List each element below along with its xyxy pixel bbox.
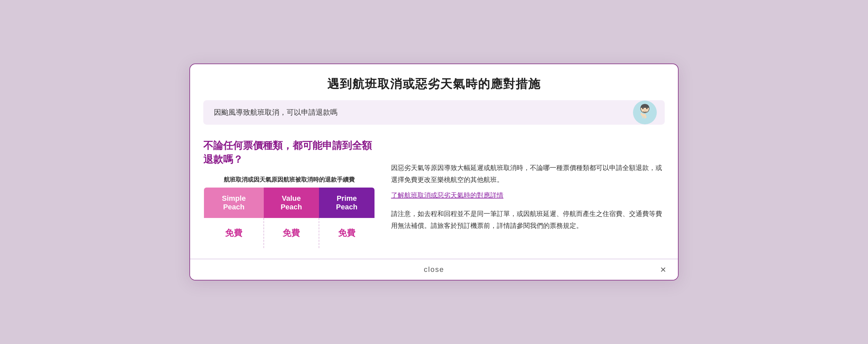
col-prime-peach: Prime Peach (319, 187, 375, 218)
close-x-button[interactable]: × (660, 265, 666, 275)
prime-fee-cell: 免費 (319, 218, 375, 249)
avatar-illustration (635, 103, 655, 122)
close-button[interactable]: close (424, 265, 444, 274)
section-title: 不論任何票價種類，都可能申請到全額退款嗎？ (203, 139, 375, 166)
svg-point-2 (646, 108, 648, 109)
fare-table: Simple Peach Value Peach Prime Peach (203, 187, 375, 249)
modal-footer: close × (190, 259, 678, 280)
table-row: 免費 免費 免費 (204, 218, 375, 249)
modal-title: 遇到航班取消或惡劣天氣時的應對措施 (210, 76, 658, 92)
modal-header: 遇到航班取消或惡劣天氣時的應對措施 (190, 64, 678, 100)
simple-fee-cell: 免費 (204, 218, 264, 249)
modal-body: 不論任何票價種類，都可能申請到全額退款嗎？ 航班取消或因天氣原因航班被取消時的退… (190, 135, 678, 259)
col-value-peach: Value Peach (264, 187, 319, 218)
right-main-text: 因惡劣天氣等原因導致大幅延遲或航班取消時，不論哪一種票價種類都可以申請全額退款，… (391, 162, 665, 185)
value-fee-cell: 免費 (264, 218, 319, 249)
right-note-text: 請注意，如去程和回程並不是同一筆訂單，或因航班延遲、停航而產生之住宿費、交通費等… (391, 208, 665, 232)
svg-point-1 (642, 108, 644, 109)
left-section: 不論任何票價種類，都可能申請到全額退款嗎？ 航班取消或因天氣原因航班被取消時的退… (203, 139, 375, 249)
avatar (633, 101, 657, 124)
right-section: 因惡劣天氣等原因導致大幅延遲或航班取消時，不論哪一種票價種類都可以申請全額退款，… (391, 139, 665, 232)
modal-dialog: 遇到航班取消或惡劣天氣時的應對措施 因颱風導致航班取消，可以申請退款嗎 (189, 63, 679, 281)
col-simple-peach: Simple Peach (204, 187, 264, 218)
right-detail-link[interactable]: 了解航班取消或惡劣天氣時的對應詳情 (391, 191, 665, 200)
modal-overlay: 遇到航班取消或惡劣天氣時的應對措施 因颱風導致航班取消，可以申請退款嗎 (0, 0, 868, 344)
question-banner: 因颱風導致航班取消，可以申請退款嗎 (203, 100, 665, 125)
table-caption: 航班取消或因天氣原因航班被取消時的退款手續費 (203, 176, 375, 183)
question-text: 因颱風導致航班取消，可以申請退款嗎 (214, 108, 338, 117)
